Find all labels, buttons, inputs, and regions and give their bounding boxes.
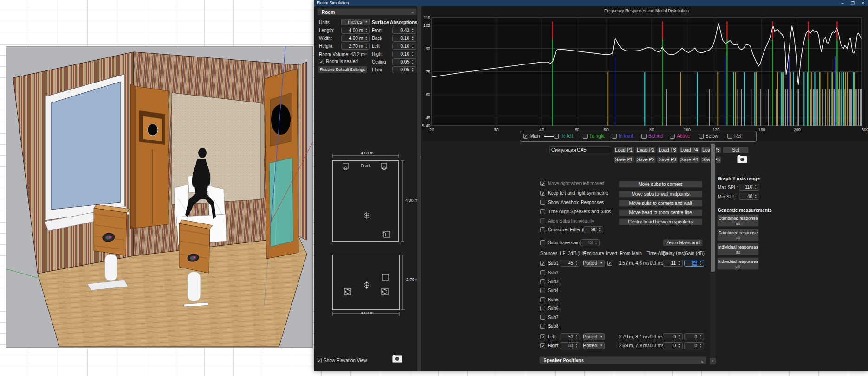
spinner-arrows[interactable]: ▲▼ xyxy=(698,260,703,266)
enclosure-dropdown[interactable]: Ported▼ xyxy=(583,260,605,267)
lf-spinner[interactable]: 50▲▼ xyxy=(560,342,580,349)
gain-spinner[interactable]: 0▲▼ xyxy=(684,333,704,340)
show-elevation-checkbox[interactable]: ✓ xyxy=(317,358,322,363)
spinner-arrows[interactable]: ▲▼ xyxy=(698,343,703,349)
legend-checkbox-to-right[interactable] xyxy=(583,134,588,139)
spinner-arrows[interactable]: ▲▼ xyxy=(597,227,602,233)
room-layout-diagrams[interactable] xyxy=(314,146,421,371)
source-checkbox-sub1[interactable]: ✓ xyxy=(540,261,545,266)
legend-checkbox-behind[interactable] xyxy=(641,134,647,139)
scrollbar-down-arrow[interactable]: ▼ xyxy=(710,358,716,364)
same-delay-spinner[interactable]: 13▲▼ xyxy=(580,239,600,246)
source-checkbox-sub7[interactable] xyxy=(540,315,545,320)
sketchup-3d-viewport[interactable] xyxy=(6,46,313,348)
surface-spinner[interactable]: 0.10▲▼ xyxy=(392,43,416,50)
spinner-arrows[interactable]: ▲▼ xyxy=(410,27,415,33)
restore-defaults-button[interactable]: Restore Default Settings xyxy=(318,66,367,73)
option-checkbox[interactable]: ✓ xyxy=(540,191,545,196)
spinner-arrows[interactable]: ▲▼ xyxy=(753,184,758,190)
lf-spinner[interactable]: 45▲▼ xyxy=(560,260,580,267)
source-checkbox-sub3[interactable] xyxy=(540,279,545,284)
surface-spinner[interactable]: 0.10▲▼ xyxy=(392,35,416,42)
surface-spinner[interactable]: 0.05▲▼ xyxy=(392,66,416,73)
save-preset-button[interactable]: Save P3 xyxy=(657,156,678,163)
load-preset-button[interactable]: Load P3 xyxy=(657,147,678,153)
source-checkbox-sub5[interactable] xyxy=(540,297,545,302)
legend-checkbox-to-left[interactable] xyxy=(554,134,559,139)
speaker-positions-header[interactable]: Speaker Positions » xyxy=(539,356,706,364)
move-button[interactable]: Move head to room centre line xyxy=(619,209,702,216)
legend-checkbox-below[interactable] xyxy=(699,134,704,139)
spinner-arrows[interactable]: ▲▼ xyxy=(594,240,598,246)
save-preset-button[interactable]: Save P1 xyxy=(614,156,634,163)
min-spl-spinner[interactable]: 40▲▼ xyxy=(739,193,759,200)
window-titlebar[interactable]: Room Simulation – ❐ ✕ xyxy=(314,0,868,6)
source-checkbox-left[interactable]: ✓ xyxy=(540,334,545,339)
option-checkbox[interactable] xyxy=(540,200,545,205)
camera-capture-icon[interactable] xyxy=(737,156,747,163)
spinner-arrows[interactable]: ▲▼ xyxy=(574,343,579,349)
room-dim-spinner[interactable]: 4.00 m▲▼ xyxy=(341,27,370,34)
units-dropdown[interactable]: metres▼ xyxy=(341,19,370,25)
generate-button[interactable]: Combined response at Main mic Posn xyxy=(717,214,759,227)
generate-button[interactable]: Individual responses at selected mic pos… xyxy=(717,257,759,270)
surface-spinner[interactable]: 0.10▲▼ xyxy=(392,51,416,57)
option-checkbox[interactable]: ✓ xyxy=(540,181,545,186)
move-button[interactable]: Move subs to corners and wall midpoints xyxy=(619,200,702,207)
sources-scrollbar[interactable]: ▼ xyxy=(710,142,716,364)
source-checkbox-sub2[interactable] xyxy=(540,270,545,275)
gain-spinner[interactable]: 0▲▼ xyxy=(684,342,704,349)
load-preset-button[interactable]: Load P2 xyxy=(635,147,656,153)
legend-checkbox-main[interactable]: ✓ xyxy=(523,134,528,139)
crossover-spinner[interactable]: 90▲▼ xyxy=(584,226,603,233)
spinner-arrows[interactable]: ▲▼ xyxy=(410,67,415,73)
gain-spinner[interactable]: -4▲▼ xyxy=(684,260,704,267)
panel-splitter[interactable]: ⋮ xyxy=(417,6,421,371)
spinner-arrows[interactable]: ▲▼ xyxy=(410,43,415,49)
spinner-arrows[interactable]: ▲▼ xyxy=(677,260,681,266)
zero-delays-button[interactable]: Zero delays and gains xyxy=(663,239,703,246)
delay-spinner[interactable]: 11▲▼ xyxy=(663,260,683,267)
room-dim-spinner[interactable]: 2.70 m▲▼ xyxy=(341,43,370,50)
source-checkbox-sub6[interactable] xyxy=(540,306,545,311)
spinner-arrows[interactable]: ▲▼ xyxy=(364,27,369,33)
load-preset-button[interactable]: Load P4 xyxy=(679,147,700,153)
load-preset-button[interactable]: Load P1 xyxy=(614,147,634,153)
delay-spinner[interactable]: 0▲▼ xyxy=(663,342,683,349)
enclosure-dropdown[interactable]: Ported▼ xyxy=(583,333,605,340)
generate-button[interactable]: Individual responses at Main mic posn xyxy=(717,243,759,255)
spinner-arrows[interactable]: ▲▼ xyxy=(574,334,579,340)
diagram-camera-icon[interactable] xyxy=(392,355,402,363)
set-reference-button[interactable]: Set reference xyxy=(723,147,749,153)
lf-spinner[interactable]: 50▲▼ xyxy=(560,333,580,340)
room-dim-spinner[interactable]: 4.00 m▲▼ xyxy=(341,35,370,42)
save-preset-button[interactable]: Save P4 xyxy=(679,156,700,163)
invert-checkbox[interactable]: ✓ xyxy=(607,261,612,266)
delay-spinner[interactable]: 0▲▼ xyxy=(663,333,683,340)
option-checkbox[interactable] xyxy=(540,218,545,223)
same-delay-checkbox[interactable] xyxy=(540,240,545,245)
spinner-arrows[interactable]: ▲▼ xyxy=(410,59,415,65)
room-panel-header[interactable]: Room » xyxy=(317,8,417,15)
spinner-arrows[interactable]: ▲▼ xyxy=(574,260,579,266)
maximize-button[interactable]: ❐ xyxy=(848,0,858,6)
source-checkbox-right[interactable]: ✓ xyxy=(540,343,545,348)
spinner-arrows[interactable]: ▲▼ xyxy=(753,193,758,199)
spinner-arrows[interactable]: ▲▼ xyxy=(364,35,369,41)
collapse-icon[interactable]: » xyxy=(411,9,414,16)
option-checkbox[interactable] xyxy=(540,209,545,214)
max-spl-spinner[interactable]: 110▲▼ xyxy=(739,184,759,191)
legend-checkbox-above[interactable] xyxy=(670,134,675,139)
spinner-arrows[interactable]: ▲▼ xyxy=(677,334,681,340)
option-checkbox[interactable] xyxy=(540,227,545,232)
spinner-arrows[interactable]: ▲▼ xyxy=(410,51,415,57)
expand-icon[interactable]: » xyxy=(698,360,706,363)
minimize-button[interactable]: – xyxy=(837,0,848,6)
legend-checkbox-ref[interactable] xyxy=(727,134,732,139)
spinner-arrows[interactable]: ▲▼ xyxy=(410,35,415,41)
close-button[interactable]: ✕ xyxy=(858,0,868,6)
spinner-arrows[interactable]: ▲▼ xyxy=(698,334,703,340)
source-checkbox-sub4[interactable] xyxy=(540,288,545,293)
move-button[interactable]: Move subs to corners xyxy=(619,181,702,188)
save-preset-button[interactable]: Save P2 xyxy=(635,156,656,163)
